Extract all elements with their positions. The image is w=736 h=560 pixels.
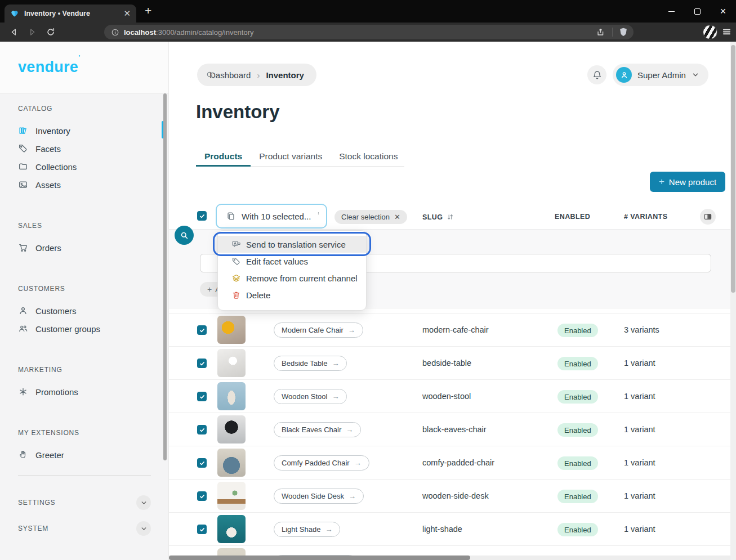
plus-icon: + [207, 285, 212, 294]
chevron-down-icon[interactable] [136, 495, 151, 510]
library-icon [18, 126, 28, 136]
sidebar-item-customer-groups[interactable]: Customer groups [18, 320, 168, 338]
sidebar-divider [18, 475, 151, 476]
table-row[interactable]: Light Shade→ light-shade Enabled 1 varia… [169, 513, 730, 546]
product-name-link[interactable]: Wooden Stool→ [274, 389, 347, 404]
browser-menu-icon[interactable] [722, 27, 731, 37]
product-thumbnail [217, 515, 246, 543]
row-checkbox[interactable] [197, 325, 207, 335]
horizontal-scrollbar[interactable] [169, 555, 730, 560]
menu-item-delete[interactable]: Delete [218, 286, 366, 303]
product-thumbnail [217, 482, 246, 510]
user-icon [18, 306, 28, 316]
column-settings-button[interactable] [700, 209, 716, 225]
row-checkbox[interactable] [197, 525, 207, 534]
table-row[interactable]: Wooden Side Desk→ wooden-side-desk Enabl… [169, 480, 730, 513]
sidebar-scrollbar[interactable] [163, 93, 167, 460]
product-slug: black-eaves-chair [422, 425, 487, 434]
share-icon[interactable] [596, 27, 606, 37]
sidebar-item-label: Greeter [35, 450, 64, 460]
status-badge: Enabled [557, 523, 598, 536]
variant-count: 1 variant [624, 392, 655, 401]
window-close-button[interactable]: × [710, 0, 736, 23]
row-checkbox[interactable] [197, 458, 207, 468]
breadcrumb-dashboard-link[interactable]: Dashboard [209, 70, 251, 80]
columns-icon [703, 212, 712, 221]
menu-item-send-to-translation[interactable]: Send to translation service [218, 236, 366, 253]
sidebar-item-assets[interactable]: Assets [18, 176, 168, 194]
site-info-icon[interactable] [111, 28, 119, 37]
product-name-link[interactable]: Modern Cafe Chair→ [274, 322, 363, 338]
sort-icon[interactable] [446, 213, 454, 221]
brave-shield-icon[interactable] [618, 27, 628, 37]
vertical-scrollbar-thumb[interactable] [731, 45, 735, 293]
browser-tab[interactable]: Inventory • Vendure ✕ [5, 5, 136, 23]
user-menu[interactable]: Super Admin [613, 64, 708, 86]
arrow-right-icon: → [346, 425, 353, 434]
users-icon [18, 324, 28, 334]
sidebar-section-system[interactable]: SYSTEM [18, 516, 151, 541]
product-name-link[interactable]: Wooden Side Desk→ [274, 489, 364, 504]
variant-count: 3 variants [624, 325, 659, 334]
row-checkbox[interactable] [197, 425, 207, 434]
browser-toolbar: localhost:3000/admin/catalog/inventory [0, 23, 736, 42]
close-icon[interactable]: ✕ [394, 213, 400, 221]
browser-profile-avatar[interactable] [703, 25, 717, 39]
window-minimize-button[interactable] [658, 0, 684, 23]
chevron-down-icon[interactable] [136, 521, 151, 536]
table-row[interactable]: Comfy Padded Chair→ comfy-padded-chair E… [169, 446, 730, 480]
variant-count: 1 variant [624, 491, 655, 500]
table-row[interactable]: Bedside Table→ bedside-table Enabled 1 v… [169, 347, 730, 380]
sidebar-item-facets[interactable]: Facets [18, 140, 168, 158]
column-header-enabled[interactable]: ENABLED [555, 213, 590, 221]
select-all-checkbox[interactable] [197, 211, 207, 221]
table-row[interactable]: Modern Cafe Chair→ modern-cafe-chair Ena… [169, 313, 730, 347]
sidebar-item-promotions[interactable]: Promotions [18, 383, 168, 401]
sidebar-item-label: Facets [35, 144, 61, 154]
notifications-button[interactable] [587, 65, 606, 84]
reload-icon[interactable] [46, 27, 56, 37]
tab-stock-locations[interactable]: Stock locations [331, 146, 406, 166]
row-checkbox[interactable] [197, 359, 207, 368]
clear-selection-chip[interactable]: Clear selection ✕ [334, 210, 407, 224]
sidebar-item-label: Customers [35, 306, 77, 316]
column-header-slug[interactable]: SLUG [422, 213, 454, 221]
check-icon [199, 213, 206, 219]
tab-products[interactable]: Products [196, 146, 251, 166]
product-name-link[interactable]: Comfy Padded Chair→ [274, 455, 369, 471]
url-bar[interactable]: localhost:3000/admin/catalog/inventory [104, 25, 634, 39]
product-table: Modern Cafe Chair→ modern-cafe-chair Ena… [169, 313, 730, 560]
vertical-scrollbar[interactable] [730, 42, 736, 560]
sidebar-item-orders[interactable]: Orders [18, 239, 168, 257]
trash-icon [231, 290, 241, 300]
column-header-variants[interactable]: # VARIANTS [624, 213, 667, 221]
with-selected-button[interactable]: With 10 selected... [216, 204, 327, 229]
product-name-link[interactable]: Light Shade→ [274, 522, 340, 537]
search-toggle-button[interactable] [175, 226, 194, 245]
product-name-link[interactable]: Black Eaves Chair→ [274, 422, 361, 437]
tab-close-icon[interactable]: ✕ [123, 8, 131, 19]
sidebar-item-inventory[interactable]: Inventory [18, 122, 168, 140]
product-slug: light-shade [422, 525, 462, 534]
window-maximize-button[interactable] [684, 0, 710, 23]
sidebar-item-collections[interactable]: Collections [18, 158, 168, 176]
product-name-link[interactable]: Bedside Table→ [274, 356, 347, 371]
table-row[interactable]: Wooden Stool→ wooden-stool Enabled 1 var… [169, 380, 730, 413]
new-product-button[interactable]: + New product [650, 172, 725, 192]
forward-icon[interactable] [27, 27, 37, 37]
nav-section-my-extensions: MY EXTENSIONS Greeter [18, 429, 168, 464]
tab-product-variants[interactable]: Product variants [251, 146, 331, 166]
sidebar-item-customers[interactable]: Customers [18, 302, 168, 320]
row-checkbox[interactable] [197, 392, 207, 401]
menu-item-remove-from-channel[interactable]: Remove from current channel [218, 270, 366, 286]
back-icon[interactable] [9, 27, 19, 37]
table-row[interactable]: Black Eaves Chair→ black-eaves-chair Ena… [169, 413, 730, 446]
new-tab-button[interactable]: + [145, 4, 151, 17]
sidebar-item-label: Collections [35, 162, 77, 172]
row-checkbox[interactable] [197, 491, 207, 501]
menu-item-edit-facet-values[interactable]: Edit facet values [218, 253, 366, 270]
sidebar-item-greeter[interactable]: Greeter [18, 446, 168, 464]
nav-section-marketing: MARKETING Promotions [18, 366, 168, 401]
horizontal-scrollbar-thumb[interactable] [169, 555, 470, 560]
sidebar-section-settings[interactable]: SETTINGS [18, 490, 151, 515]
